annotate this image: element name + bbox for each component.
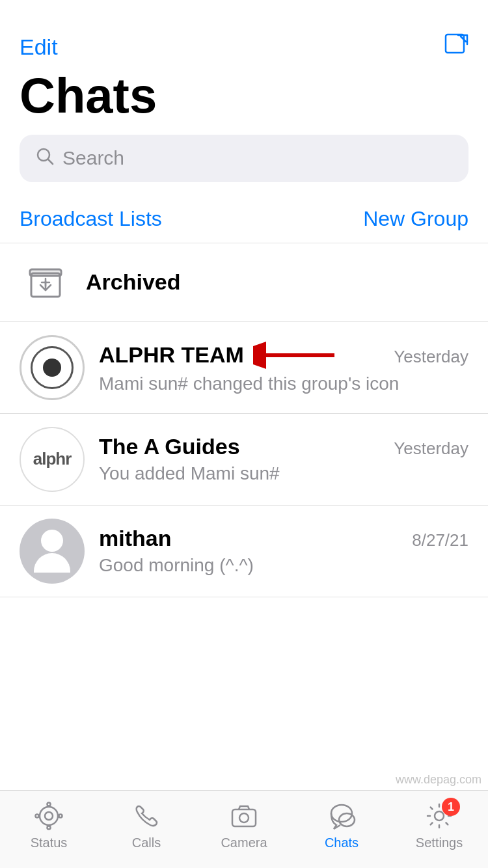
tab-item-camera[interactable]: Camera bbox=[211, 802, 277, 850]
action-bar: Broadcast Lists New Group bbox=[0, 195, 488, 243]
archived-row[interactable]: Archived bbox=[0, 243, 488, 322]
avatar bbox=[20, 335, 85, 400]
tab-label-settings: Settings bbox=[416, 835, 463, 850]
svg-point-10 bbox=[36, 815, 39, 818]
tab-label-chats: Chats bbox=[325, 835, 359, 850]
tab-label-calls: Calls bbox=[132, 835, 161, 850]
new-group-button[interactable]: New Group bbox=[363, 207, 468, 231]
svg-point-9 bbox=[47, 826, 51, 830]
svg-point-11 bbox=[59, 815, 62, 818]
avatar bbox=[20, 519, 85, 584]
compose-icon[interactable] bbox=[444, 33, 468, 62]
status-icon bbox=[34, 802, 63, 830]
chat-preview: You added Mami sun# bbox=[99, 463, 468, 484]
tab-item-chats[interactable]: Chats bbox=[309, 802, 374, 850]
camera-icon bbox=[230, 802, 258, 830]
chat-row[interactable]: alphr The A Guides Yesterday You added M… bbox=[0, 414, 488, 506]
chat-row[interactable]: ALPHR TEAM Yesterday Mami bbox=[0, 322, 488, 414]
search-container: Search bbox=[0, 135, 488, 195]
archive-icon bbox=[20, 256, 72, 308]
svg-point-16 bbox=[435, 811, 444, 821]
tab-label-status: Status bbox=[31, 835, 68, 850]
tab-item-settings[interactable]: 1 Settings bbox=[407, 802, 472, 850]
chat-name: mithan bbox=[99, 526, 171, 551]
chats-icon bbox=[327, 802, 356, 830]
calls-icon bbox=[132, 802, 161, 830]
archived-label: Archived bbox=[86, 269, 181, 295]
chat-name: The A Guides bbox=[99, 434, 240, 459]
chat-list: Archived ALPHR TEAM bbox=[0, 243, 488, 597]
chat-preview: Mami sun# changed this group's icon bbox=[99, 373, 468, 394]
avatar: alphr bbox=[20, 427, 85, 492]
settings-badge: 1 bbox=[442, 798, 460, 816]
svg-point-8 bbox=[47, 803, 51, 806]
red-arrow-annotation bbox=[253, 341, 338, 370]
tab-label-camera: Camera bbox=[221, 835, 267, 850]
tab-item-status[interactable]: Status bbox=[16, 802, 81, 850]
svg-rect-4 bbox=[31, 269, 60, 275]
chat-name: ALPHR TEAM bbox=[99, 342, 244, 368]
person-avatar-icon bbox=[34, 530, 70, 573]
svg-point-13 bbox=[239, 813, 249, 822]
chat-preview: Good morning (^.^) bbox=[99, 555, 468, 576]
search-placeholder: Search bbox=[62, 147, 124, 169]
chat-info: mithan 8/27/21 Good morning (^.^) bbox=[99, 526, 468, 576]
chat-time: 8/27/21 bbox=[412, 530, 468, 550]
search-icon bbox=[35, 146, 55, 170]
chat-info: The A Guides Yesterday You added Mami su… bbox=[99, 434, 468, 484]
calls-icon-wrap bbox=[132, 802, 161, 833]
watermark: www.depag.com bbox=[396, 773, 481, 787]
tab-item-calls[interactable]: Calls bbox=[114, 802, 179, 850]
page-title: Chats bbox=[20, 68, 468, 123]
tab-bar: Status Calls Camera Cha bbox=[0, 790, 488, 868]
chats-icon-wrap bbox=[327, 802, 356, 833]
status-icon-wrap bbox=[34, 802, 63, 833]
search-bar[interactable]: Search bbox=[20, 135, 468, 182]
svg-point-7 bbox=[45, 812, 53, 820]
settings-icon-wrap: 1 bbox=[425, 802, 454, 833]
camera-icon-wrap bbox=[230, 802, 258, 833]
chat-row[interactable]: mithan 8/27/21 Good morning (^.^) bbox=[0, 506, 488, 597]
chat-time: Yesterday bbox=[394, 439, 468, 459]
edit-button[interactable]: Edit bbox=[20, 34, 58, 60]
broadcast-lists-button[interactable]: Broadcast Lists bbox=[20, 207, 162, 231]
svg-rect-12 bbox=[232, 809, 256, 826]
header: Edit Chats bbox=[0, 0, 488, 123]
chat-time: Yesterday bbox=[394, 347, 468, 367]
svg-point-6 bbox=[40, 807, 58, 825]
chat-info: ALPHR TEAM Yesterday Mami bbox=[99, 341, 468, 394]
